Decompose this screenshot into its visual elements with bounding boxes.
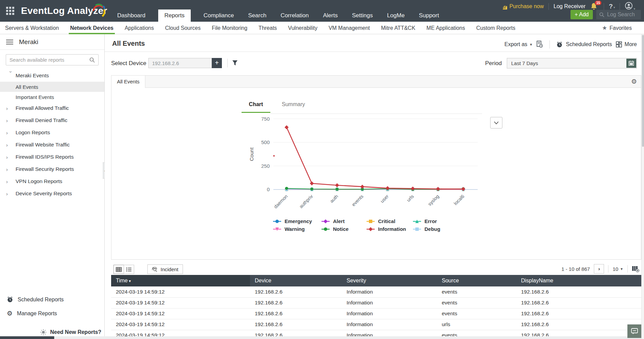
subnav-tab-network-devices[interactable]: Network Devices [70,22,113,34]
subnav-tab-vulnerability[interactable]: Vulnerability [288,22,317,34]
table-row[interactable]: 2024-03-19 14:59:12192.168.2.6Informatio… [111,297,641,308]
log-receiver-link[interactable]: Log Receiver [554,3,585,9]
nav-tab-reports[interactable]: Reports [158,9,191,22]
sidebar-node-logon-reports[interactable]: ›Logon Reports [0,126,104,139]
legend-item-notice[interactable]: Notice [321,225,366,233]
grid-view-button[interactable] [113,265,124,274]
nav-tab-support[interactable]: Support [417,9,440,22]
period-select[interactable]: Last 7 Days [507,58,637,68]
legend-item-information[interactable]: Information [366,225,412,233]
add-button[interactable]: + Add [570,10,593,19]
purchase-now-link[interactable]: Purchase now [500,3,544,9]
list-view-button[interactable] [124,265,134,274]
page-size-select[interactable]: 10▼ [612,266,623,272]
table-row[interactable]: 2024-03-19 14:59:12192.168.2.6Informatio… [111,286,641,297]
chevron-collapsed-icon[interactable]: › [6,154,16,160]
sidebar-item-all-events[interactable]: All Events [0,82,104,92]
table-row[interactable]: 2024-03-19 14:59:12192.168.2.6Informatio… [111,308,641,319]
column-header-time[interactable]: Time ▾ [111,275,250,286]
chevron-collapsed-icon[interactable]: › [6,118,16,123]
next-page-button[interactable]: › [594,264,604,274]
sidebar-search-input[interactable] [9,57,89,63]
panel-settings-gear-icon[interactable]: ⚙ [631,78,637,85]
nav-tab-alerts[interactable]: Alerts [322,9,339,22]
column-chooser-icon[interactable] [632,266,639,272]
subnav-tab-me-applications[interactable]: ME Applications [427,22,465,34]
column-header-severity[interactable]: Severity [342,275,437,286]
nav-tab-logme[interactable]: LogMe [386,9,406,22]
export-as-menu[interactable]: Export as▼ [504,41,533,47]
subnav-tab-custom-reports[interactable]: Custom Reports [476,22,516,34]
legend-item-critical[interactable]: Critical [366,217,412,225]
sidebar-node-vpn-logon-reports[interactable]: ›VPN Logon Reports [0,175,104,187]
nav-tab-correlation[interactable]: Correlation [279,9,310,22]
nav-tab-settings[interactable]: Settings [351,9,374,22]
sidebar-menu-icon[interactable] [6,38,13,46]
chevron-collapsed-icon[interactable]: › [6,105,16,111]
chevron-collapsed-icon[interactable]: › [6,166,16,172]
sidebar-node-firewall-denied-traffic[interactable]: ›Firewall Denied Traffic [0,114,104,126]
subnav-tab-applications[interactable]: Applications [125,22,154,34]
sidebar-node-firewall-website-traffic[interactable]: ›Firewall Website Traffic [0,139,104,151]
apps-waffle-icon[interactable] [6,7,15,16]
table-row[interactable]: 2024-03-19 14:59:12192.168.2.6Informatio… [111,330,641,336]
calendar-icon[interactable] [626,59,636,68]
help-menu[interactable]: ?▾ [609,3,615,10]
sidebar-node-device-severity-reports[interactable]: ›Device Severity Reports [0,187,104,200]
vertical-scrollbar[interactable] [641,34,644,339]
export-history-icon[interactable] [536,41,543,48]
search-icon[interactable] [89,57,95,63]
subnav-tab-threats[interactable]: Threats [258,22,277,34]
panel-tab-all-events[interactable]: All Events [111,75,145,88]
tab-chart[interactable]: Chart [242,101,270,113]
subnav-tab-vm-management[interactable]: VM Management [329,22,370,34]
subnav-tab-cloud-sources[interactable]: Cloud Sources [165,22,201,34]
incident-button[interactable]: Incident [147,264,183,274]
column-header-source[interactable]: Source [437,275,516,286]
favorites-button[interactable]: ★ Favorites [602,22,632,34]
legend-item-debug[interactable]: Debug [412,225,463,233]
tab-summary[interactable]: Summary [278,101,309,107]
device-input[interactable] [148,58,212,68]
chart-plot-area[interactable] [273,125,465,192]
scheduled-reports-link[interactable]: Scheduled Reports [0,296,104,303]
chart-options-dropdown[interactable] [490,117,502,128]
need-new-reports-link[interactable]: Need New Reports? [40,329,101,336]
sidebar-node-meraki-events[interactable]: ›Meraki Events [0,69,104,82]
nav-tab-compliance[interactable]: Compliance [202,9,235,22]
legend-item-error[interactable]: Error [412,217,463,225]
chevron-collapsed-icon[interactable]: › [6,130,16,136]
chevron-collapsed-icon[interactable]: › [6,142,16,148]
sort-desc-icon[interactable]: ▾ [128,279,131,283]
sidebar-item-important-events[interactable]: Important Events [0,92,104,102]
sidebar-node-firewall-security-reports[interactable]: ›Firewall Security Reports [0,163,104,175]
log-search-input[interactable]: Log Search [596,10,641,19]
legend-item-emergency[interactable]: Emergency [272,217,321,225]
subnav-tab-file-monitoring[interactable]: File Monitoring [212,22,247,34]
filter-funnel-icon[interactable] [232,60,238,67]
nav-tab-dashboard[interactable]: Dashboard [116,9,147,22]
table-row[interactable]: 2024-03-19 14:59:12192.168.2.6Informatio… [111,319,641,330]
nav-tab-search[interactable]: Search [247,9,268,22]
sidebar-node-firewall-allowed-traffic[interactable]: ›Firewall Allowed Traffic [0,102,104,114]
chat-widget-button[interactable] [627,324,641,338]
legend-item-alert[interactable]: Alert [321,217,366,225]
chevron-expanded-icon[interactable]: › [8,71,14,80]
chevron-collapsed-icon[interactable]: › [6,191,16,197]
manage-reports-link[interactable]: ⚙ Manage Reports [0,310,104,317]
subnav-tab-servers-workstation[interactable]: Servers & Workstation [5,22,59,34]
column-header-device[interactable]: Device [250,275,342,286]
subnav-tab-mitre-att-ck[interactable]: Mitre ATT&CK [381,22,415,34]
chevron-collapsed-icon[interactable]: › [6,179,16,184]
legend-item-warning[interactable]: Warning [272,225,321,233]
column-header-displayname[interactable]: DisplayName [516,275,641,286]
table-cell: 2024-03-19 14:59:12 [111,319,250,330]
horizontal-scroll-thumb[interactable] [0,336,54,339]
horizontal-scrollbar[interactable] [0,336,641,339]
add-device-button[interactable]: + [212,58,222,68]
notifications-bell-icon[interactable]: 15 [590,2,599,11]
sidebar-node-firewall-ids-ips-reports[interactable]: ›Firewall IDS/IPS Reports [0,151,104,163]
scheduled-reports-button[interactable]: Scheduled Reports [556,41,612,48]
more-menu[interactable]: More [616,41,637,47]
vertical-scroll-thumb[interactable] [642,35,644,147]
